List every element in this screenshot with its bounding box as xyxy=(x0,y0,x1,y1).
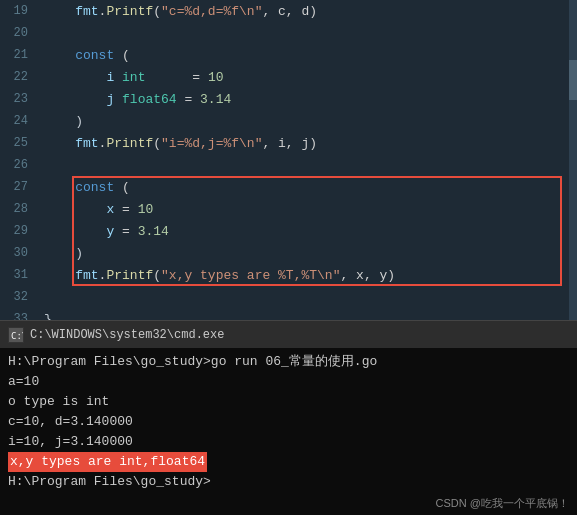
terminal-line-2: a=10 xyxy=(8,372,569,392)
svg-text:C:\: C:\ xyxy=(11,331,23,341)
terminal-line-5: i=10, j=3.140000 xyxy=(8,432,569,452)
terminal-line-1: H:\Program Files\go_study>go run 06_常量的使… xyxy=(8,352,569,372)
code-line-30: 30 ) xyxy=(0,242,577,264)
code-line-23: 23 j float64 = 3.14 xyxy=(0,88,577,110)
code-line-28: 28 x = 10 xyxy=(0,198,577,220)
line-content-19: fmt.Printf("c=%d,d=%f\n", c, d) xyxy=(38,4,577,19)
line-content-24: ) xyxy=(38,114,577,129)
terminal-header: C:\ C:\WINDOWS\system32\cmd.exe xyxy=(0,320,577,348)
line-number-23: 23 xyxy=(0,92,38,106)
line-content-21: const ( xyxy=(38,48,577,63)
line-number-32: 32 xyxy=(0,290,38,304)
code-line-21: 21 const ( xyxy=(0,44,577,66)
code-line-19: 19 fmt.Printf("c=%d,d=%f\n", c, d) xyxy=(0,0,577,22)
line-number-30: 30 xyxy=(0,246,38,260)
terminal-icon: C:\ xyxy=(8,327,24,343)
terminal-title: C:\WINDOWS\system32\cmd.exe xyxy=(30,328,224,342)
code-editor: 19 fmt.Printf("c=%d,d=%f\n", c, d) 20 21… xyxy=(0,0,577,320)
line-number-24: 24 xyxy=(0,114,38,128)
terminal-body: H:\Program Files\go_study>go run 06_常量的使… xyxy=(0,348,577,515)
line-number-29: 29 xyxy=(0,224,38,238)
highlight-text: x,y types are int,float64 xyxy=(8,452,207,472)
line-number-27: 27 xyxy=(0,180,38,194)
code-line-29: 29 y = 3.14 xyxy=(0,220,577,242)
code-line-27: 27 const ( xyxy=(0,176,577,198)
code-line-25: 25 fmt.Printf("i=%d,j=%f\n", i, j) xyxy=(0,132,577,154)
line-content-28: x = 10 xyxy=(38,202,577,217)
code-line-20: 20 xyxy=(0,22,577,44)
line-number-21: 21 xyxy=(0,48,38,62)
line-content-22: i int = 10 xyxy=(38,70,577,85)
line-content-33: } xyxy=(38,312,577,321)
line-content-23: j float64 = 3.14 xyxy=(38,92,577,107)
line-content-29: y = 3.14 xyxy=(38,224,577,239)
line-number-20: 20 xyxy=(0,26,38,40)
line-number-22: 22 xyxy=(0,70,38,84)
watermark: CSDN @吃我一个平底锅！ xyxy=(436,496,569,511)
scrollbar-thumb[interactable] xyxy=(569,60,577,100)
cmd-icon: C:\ xyxy=(9,328,23,342)
line-number-25: 25 xyxy=(0,136,38,150)
terminal-line-4: c=10, d=3.140000 xyxy=(8,412,569,432)
code-line-24: 24 ) xyxy=(0,110,577,132)
line-number-26: 26 xyxy=(0,158,38,172)
line-content-30: ) xyxy=(38,246,577,261)
scrollbar[interactable] xyxy=(569,0,577,320)
line-number-33: 33 xyxy=(0,312,38,320)
terminal-line-7: H:\Program Files\go_study> xyxy=(8,472,569,492)
code-line-33: 33 } xyxy=(0,308,577,320)
line-content-25: fmt.Printf("i=%d,j=%f\n", i, j) xyxy=(38,136,577,151)
code-line-22: 22 i int = 10 xyxy=(0,66,577,88)
line-content-27: const ( xyxy=(38,180,577,195)
terminal-line-highlight: x,y types are int,float64 xyxy=(8,452,569,472)
line-number-31: 31 xyxy=(0,268,38,282)
line-number-19: 19 xyxy=(0,4,38,18)
line-number-28: 28 xyxy=(0,202,38,216)
code-line-32: 32 xyxy=(0,286,577,308)
line-content-31: fmt.Printf("x,y types are %T,%T\n", x, y… xyxy=(38,268,577,283)
terminal-line-3: o type is int xyxy=(8,392,569,412)
code-line-26: 26 xyxy=(0,154,577,176)
code-line-31: 31 fmt.Printf("x,y types are %T,%T\n", x… xyxy=(0,264,577,286)
code-lines: 19 fmt.Printf("c=%d,d=%f\n", c, d) 20 21… xyxy=(0,0,577,320)
